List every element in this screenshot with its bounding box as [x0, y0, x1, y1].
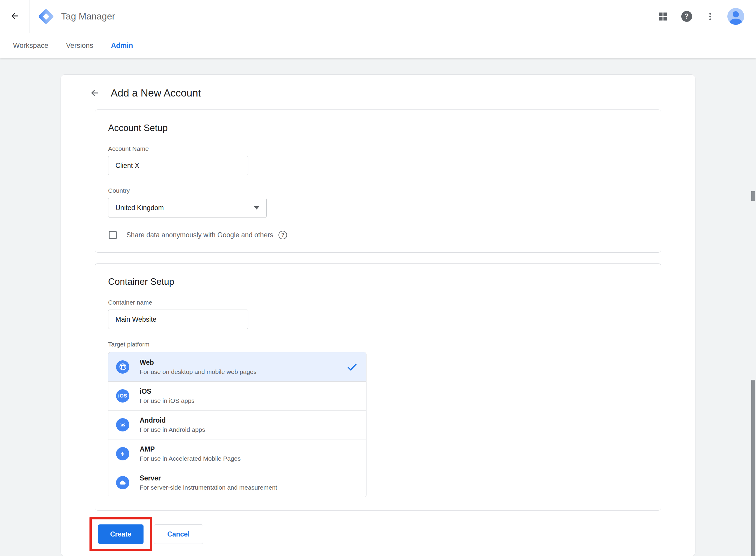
country-label: Country [108, 187, 648, 194]
android-icon [116, 418, 129, 431]
platform-row-android[interactable]: Android For use in Android apps [108, 410, 366, 439]
tab-workspace[interactable]: Workspace [4, 33, 57, 58]
page-back-button[interactable] [90, 88, 100, 98]
kebab-menu-icon[interactable] [704, 10, 717, 23]
share-data-label: Share data anonymously with Google and o… [126, 231, 273, 239]
tab-versions[interactable]: Versions [57, 33, 102, 58]
selected-check-icon [346, 360, 359, 373]
cancel-button[interactable]: Cancel [154, 524, 203, 544]
page-title: Add a New Account [111, 87, 201, 99]
target-platform-label: Target platform [108, 341, 648, 348]
help-icon[interactable]: ? [680, 10, 693, 23]
target-platform-list: Web For use on desktop and mobile web pa… [108, 352, 366, 497]
app-title: Tag Manager [61, 11, 115, 22]
account-setup-panel: Account Setup Account Name Country Unite… [95, 109, 661, 253]
scrollbar-thumb-upper[interactable] [751, 191, 755, 201]
scrollbar-thumb-lower[interactable] [751, 380, 755, 556]
create-button[interactable]: Create [98, 524, 143, 544]
header-divider [30, 0, 30, 33]
platform-row-web[interactable]: Web For use on desktop and mobile web pa… [108, 352, 366, 381]
cloud-icon [116, 476, 129, 489]
tab-admin[interactable]: Admin [102, 33, 142, 58]
globe-icon [116, 360, 129, 374]
red-highlight-box: Create [90, 517, 152, 551]
user-avatar[interactable] [727, 8, 744, 25]
container-setup-panel: Container Setup Container name Target pl… [95, 263, 661, 511]
country-select-value: United Kingdom [116, 204, 164, 212]
chevron-down-icon [254, 206, 259, 210]
container-setup-title: Container Setup [108, 277, 648, 287]
app-header: Tag Manager ? [0, 0, 756, 33]
platform-row-server[interactable]: Server For server-side instrumentation a… [108, 468, 366, 497]
arrow-left-icon [10, 11, 20, 22]
container-name-input[interactable] [108, 310, 249, 329]
add-account-card: Add a New Account Account Setup Account … [61, 74, 695, 556]
account-name-input[interactable] [108, 156, 249, 175]
tag-manager-logo [37, 8, 55, 25]
amp-bolt-icon [116, 447, 129, 460]
account-setup-title: Account Setup [108, 123, 648, 133]
browser-back-button[interactable] [0, 0, 30, 33]
container-name-label: Container name [108, 299, 648, 306]
country-select[interactable]: United Kingdom [108, 198, 267, 218]
main-content: Add a New Account Account Setup Account … [0, 58, 756, 556]
form-actions: Create Cancel [90, 517, 661, 551]
workspace-tab-bar: Workspace Versions Admin [0, 33, 756, 58]
apps-grid-icon[interactable] [656, 10, 669, 23]
share-data-checkbox[interactable] [109, 231, 117, 239]
platform-row-ios[interactable]: iOS iOS For use in iOS apps [108, 381, 366, 410]
share-data-help-icon[interactable]: ? [278, 231, 287, 239]
platform-row-amp[interactable]: AMP For use in Accelerated Mobile Pages [108, 439, 366, 468]
ios-icon: iOS [116, 389, 129, 403]
account-name-label: Account Name [108, 145, 648, 152]
